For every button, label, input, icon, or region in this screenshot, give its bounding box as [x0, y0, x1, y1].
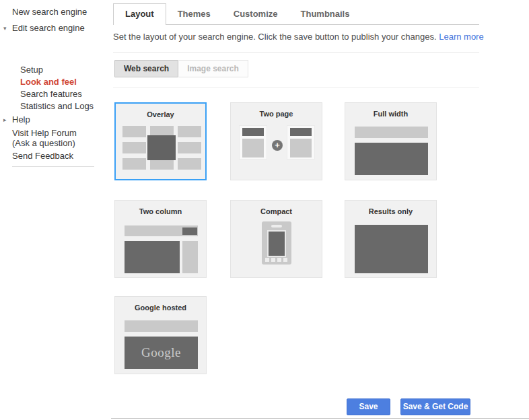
- layout-tile-overlay[interactable]: Overlay: [114, 102, 207, 180]
- tab-thumbnails[interactable]: Thumbnails: [289, 4, 361, 24]
- description-divider: [113, 53, 479, 53]
- tab-bar: Layout Themes Customize Thumbnails: [113, 5, 479, 25]
- overlay-popup-block: [147, 135, 176, 160]
- phone-screen: [267, 230, 286, 257]
- search-type-toggle: Web search Image search: [114, 60, 248, 77]
- sidebar-item-search-features[interactable]: Search features: [20, 89, 82, 99]
- tile-title: Overlay: [116, 110, 205, 118]
- tab-customize[interactable]: Customize: [222, 4, 289, 24]
- layout-tile-two-column[interactable]: Two column: [114, 200, 207, 278]
- tile-title: Compact: [231, 207, 322, 215]
- bottom-divider: [111, 418, 529, 419]
- triangle-right-icon: [3, 116, 7, 123]
- google-logo: Google: [125, 337, 198, 369]
- tile-title: Full width: [345, 110, 436, 118]
- description-text: Set the layout of your search engine. Cl…: [113, 32, 437, 42]
- phone-preview: [262, 221, 291, 265]
- sidebar-item-edit-search-engine[interactable]: Edit search engine: [12, 23, 85, 33]
- layout-tile-google-hosted[interactable]: Google hosted Google: [114, 296, 207, 374]
- phone-speaker: [271, 225, 282, 228]
- web-search-button[interactable]: Web search: [114, 60, 178, 77]
- sidebar-item-send-feedback[interactable]: Send Feedback: [12, 151, 73, 161]
- sidebar-item-help-forum-subtext: (Ask a question): [12, 138, 75, 148]
- tile-title: Two page: [231, 110, 322, 118]
- layout-tile-compact[interactable]: Compact: [230, 200, 322, 278]
- learn-more-link[interactable]: Learn more: [439, 32, 483, 42]
- sidebar-item-help-forum[interactable]: Visit Help Forum: [12, 128, 77, 138]
- tile-title: Google hosted: [115, 304, 206, 312]
- layout-tile-full-width[interactable]: Full width: [345, 102, 437, 180]
- save-button[interactable]: Save: [347, 398, 390, 415]
- tile-title: Results only: [345, 207, 436, 215]
- sidebar-item-new-search-engine[interactable]: New search engine: [12, 7, 87, 17]
- tab-themes[interactable]: Themes: [166, 4, 222, 24]
- triangle-down-icon: [3, 25, 7, 32]
- layout-description: Set the layout of your search engine. Cl…: [113, 32, 484, 42]
- toggle-divider: [113, 88, 479, 88]
- sidebar-item-setup[interactable]: Setup: [20, 65, 43, 75]
- plus-in-circle-icon: [272, 140, 283, 151]
- tile-title: Two column: [115, 207, 206, 215]
- sidebar-item-help[interactable]: Help: [12, 114, 30, 125]
- tab-layout[interactable]: Layout: [113, 3, 166, 25]
- image-search-button[interactable]: Image search: [178, 60, 248, 77]
- sidebar-item-statistics-and-logs[interactable]: Statistics and Logs: [20, 101, 94, 111]
- layout-tile-results-only[interactable]: Results only: [345, 200, 437, 278]
- save-and-get-code-button[interactable]: Save & Get Code: [400, 398, 470, 415]
- layout-tile-two-page[interactable]: Two page: [230, 102, 322, 180]
- cse-control-panel: New search engine Edit search engine Set…: [0, 0, 529, 420]
- sidebar-divider: [12, 166, 94, 167]
- sidebar-item-look-and-feel[interactable]: Look and feel: [20, 77, 77, 87]
